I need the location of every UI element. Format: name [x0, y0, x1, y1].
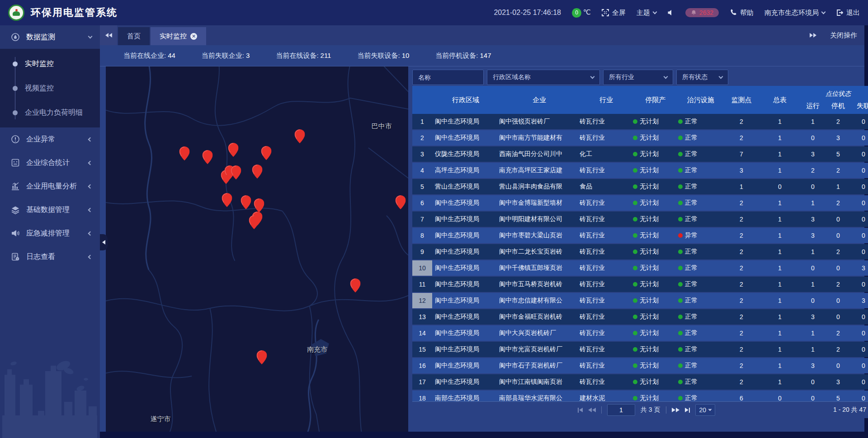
cell-run: 0 [800, 183, 826, 190]
prev-page-button[interactable] [588, 408, 596, 412]
row-number: 9 [412, 244, 432, 259]
table-row[interactable]: 12阆中生态环境局阆中市忠信建材有限公砖瓦行业无计划正常21003 [412, 293, 868, 308]
sidebar-subitem[interactable]: 实时监控 [0, 52, 100, 76]
table-row[interactable]: 2阆中生态环境局阆中市南方节能建材有砖瓦行业无计划正常21030 [412, 130, 868, 146]
next-page-button[interactable] [672, 408, 679, 412]
tab-close-icon[interactable]: ✕ [190, 33, 197, 40]
table-row[interactable]: 16阆中生态环境局阆中市石子页岩机砖厂砖瓦行业无计划正常21300 [412, 358, 868, 373]
tabs-scroll-right-button[interactable] [810, 33, 816, 38]
map-pin-icon[interactable] [241, 195, 251, 209]
sidebar-item-6[interactable]: 日志查看 [0, 245, 100, 268]
tab-0[interactable]: 首页 [118, 27, 150, 45]
cell-points: 2 [723, 216, 760, 223]
map-pin-icon[interactable] [179, 146, 189, 160]
cell-stop: 3 [826, 378, 851, 386]
table-row[interactable]: 14阆中生态环境局阆中大兴页岩机砖厂砖瓦行业无计划正常21120 [412, 325, 868, 341]
notifications-badge[interactable]: 2632 [685, 8, 719, 17]
table-row[interactable]: 3仪陇生态环境局西南油气田分公司川中化工无计划正常71350 [412, 146, 868, 162]
map-pin-icon[interactable] [252, 165, 262, 179]
close-operations-button[interactable]: 关闭操作 [830, 31, 857, 40]
tab-1[interactable]: 实时监控✕ [151, 27, 206, 45]
cell-region: 阆中生态环境局 [432, 313, 499, 321]
table-row[interactable]: 9阆中生态环境局阆中市二龙长宝页岩砖砖瓦行业无计划正常21120 [412, 244, 868, 259]
map-panel[interactable]: 巴中市南充市遂宁市 [106, 66, 408, 432]
table-row[interactable]: 4高坪生态环境局南充市高坪区王家店建砖瓦行业无计划正常31220 [412, 163, 868, 178]
sound-toggle-button[interactable] [667, 9, 675, 16]
cell-points: 2 [723, 362, 760, 369]
status-dot-icon [633, 282, 637, 287]
table-row[interactable]: 8阆中生态环境局阆中市枣碧大梁山页岩砖瓦行业无计划异常21300 [412, 228, 868, 243]
map-pin-icon[interactable] [254, 198, 264, 212]
fullscreen-button[interactable]: 全屏 [602, 9, 626, 17]
map-pin-icon[interactable] [222, 193, 232, 207]
map-pin-icon[interactable] [261, 146, 271, 160]
table-row[interactable]: 5营山生态环境局营山县润丰肉食品有限食品无计划正常10010 [412, 179, 868, 194]
tabs-scroll-left-button[interactable] [100, 25, 117, 45]
sidebar-item-0[interactable]: 数据监测 [0, 25, 100, 49]
notification-count: 2632 [699, 9, 713, 16]
map-pin-icon[interactable] [231, 165, 241, 179]
sidebar-item-label: 应急减排管理 [26, 229, 70, 238]
cell-industry: 砖瓦行业 [580, 362, 633, 370]
organization-dropdown[interactable]: 南充市生态环境局 [764, 9, 825, 17]
map-pin-icon[interactable] [396, 195, 406, 209]
first-page-button[interactable] [578, 408, 583, 413]
map-pin-icon[interactable] [249, 215, 259, 229]
cell-limit-status: 无计划 [633, 280, 678, 288]
table-row[interactable]: 6阆中生态环境局阆中市金博瑞新型墙材砖瓦行业无计划正常21120 [412, 195, 868, 211]
sidebar-collapse-handle[interactable] [100, 234, 108, 250]
theme-dropdown[interactable]: 主题 [637, 9, 656, 17]
table-row[interactable]: 1阆中生态环境局阆中强锐页岩砖厂砖瓦行业无计划正常21120 [412, 114, 868, 129]
chevron-left-icon [88, 137, 93, 141]
table-row[interactable]: 11阆中生态环境局阆中市五马桥页岩机砖砖瓦行业无计划正常21120 [412, 277, 868, 292]
logout-button[interactable]: 退出 [836, 9, 860, 17]
sidebar-subitem[interactable]: 视频监控 [0, 76, 100, 100]
status-dot-icon [633, 347, 637, 352]
table-row[interactable]: 10阆中生态环境局阆中千佛镇五郎垭页岩砖瓦行业无计划正常21003 [412, 260, 868, 276]
cell-industry: 砖瓦行业 [580, 118, 633, 126]
cell-run: 3 [800, 313, 826, 320]
table-row[interactable]: 13阆中生态环境局阆中市金福旺页岩机砖砖瓦行业无计划正常21300 [412, 309, 868, 325]
cell-meters: 1 [760, 232, 800, 239]
region-select[interactable]: 行政区域名称 [487, 70, 600, 85]
map-pin-icon[interactable] [350, 278, 360, 292]
sidebar-item-1[interactable]: 企业异常 [0, 127, 100, 151]
cell-facility-status: 正常 [678, 264, 723, 272]
name-search-input[interactable] [412, 70, 484, 85]
sidebar-item-4[interactable]: 基础数据管理 [0, 198, 100, 221]
status-select[interactable]: 所有状态 [676, 70, 728, 85]
table-row[interactable]: 7阆中生态环境局阆中明阳建材有限公司砖瓦行业无计划正常21300 [412, 212, 868, 227]
table-row[interactable]: 17阆中生态环境局阆中市江南镇阆南页岩砖瓦行业无计划正常21030 [412, 374, 868, 390]
table-row[interactable]: 15阆中生态环境局阆中市光富页岩机砖厂砖瓦行业无计划正常21120 [412, 342, 868, 357]
page-size-select[interactable]: 20 [695, 404, 716, 416]
map-pin-icon[interactable] [203, 150, 213, 164]
map-pin-icon[interactable] [257, 350, 267, 364]
table-row[interactable]: 18南部生态环境局南部县瑞华水泥有限公建材水泥无计划正常60050 [412, 391, 868, 401]
page-number-input[interactable] [607, 404, 635, 416]
cell-facility-status: 正常 [678, 199, 723, 207]
sidebar-item-2[interactable]: 企业综合统计 [0, 151, 100, 174]
sidebar-subitem[interactable]: 企业电力负荷明细 [0, 100, 100, 125]
total-pages-label: 共 3 页 [641, 406, 660, 414]
cell-meters: 0 [760, 183, 800, 190]
cell-limit-status: 无计划 [633, 313, 678, 321]
sidebar-item-5[interactable]: 应急减排管理 [0, 221, 100, 245]
industry-select[interactable]: 所有行业 [603, 70, 673, 85]
cell-meters: 1 [760, 362, 800, 369]
cell-lost: 0 [851, 346, 868, 353]
map-pin-icon[interactable] [228, 143, 239, 157]
cell-meters: 1 [760, 199, 800, 207]
map-pin-icon[interactable] [294, 129, 305, 143]
chevron-down-icon [708, 408, 712, 411]
cell-industry: 砖瓦行业 [580, 166, 633, 174]
help-button[interactable]: 帮助 [730, 9, 754, 17]
cell-points: 6 [723, 395, 760, 401]
sidebar-item-3[interactable]: 企业用电量分析 [0, 174, 100, 198]
column-header-region: 行政区域 [432, 96, 499, 104]
cell-region: 阆中生态环境局 [432, 345, 499, 353]
content-area: 当前在线企业:44当前失联企业:3当前在线设备:211当前失联设备:10当前停机… [100, 45, 864, 432]
status-dot-icon [678, 380, 683, 384]
status-dot-icon [678, 282, 683, 287]
last-page-button[interactable] [685, 408, 690, 413]
stat-label: 当前在线设备: [276, 52, 318, 59]
